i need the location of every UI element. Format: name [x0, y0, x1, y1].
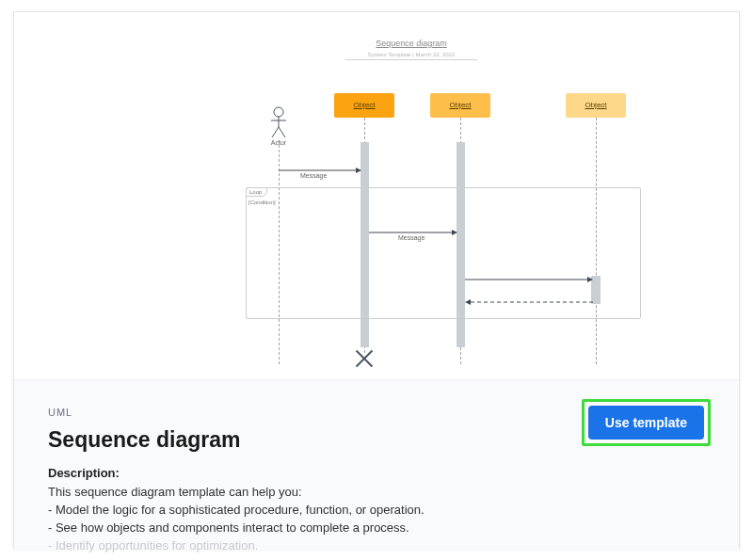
svg-marker-6: [356, 168, 361, 173]
object-box-3: Object: [566, 93, 626, 118]
loop-label: Loop: [246, 187, 267, 197]
condition-label: [Condition]: [248, 200, 276, 205]
svg-point-0: [274, 107, 283, 117]
highlight-frame: Use template: [582, 399, 711, 446]
diagram-title: Sequence diagram: [345, 39, 477, 48]
actor-label: Actor: [264, 139, 293, 146]
template-preview: Sequence diagram System Template | March…: [14, 12, 739, 379]
svg-marker-12: [465, 299, 471, 305]
svg-marker-10: [587, 277, 593, 282]
description-line: This sequence diagram template can help …: [48, 484, 705, 502]
use-template-button[interactable]: Use template: [588, 406, 704, 440]
svg-line-3: [272, 127, 279, 137]
description-line: - Identify opportunities for optimizatio…: [48, 537, 705, 555]
svg-marker-8: [452, 230, 457, 235]
template-card: Sequence diagram System Template | March…: [13, 11, 740, 549]
sequence-diagram: Sequence diagram System Template | March…: [231, 39, 682, 368]
description-line: - See how objects and components interac…: [48, 520, 705, 537]
destroy-icon: [355, 349, 374, 368]
description-line: - Model the logic for a sophisticated pr…: [48, 502, 705, 520]
description-heading: Description:: [48, 466, 705, 480]
message-label-2: Message: [398, 234, 425, 241]
object-box-2: Object: [430, 93, 490, 118]
actor-icon: Actor: [264, 106, 293, 146]
diagram-subtitle: System Template | March 22, 2022: [345, 52, 477, 60]
return-arrow: [465, 298, 593, 306]
message-label-1: Message: [300, 172, 327, 179]
svg-line-4: [279, 127, 285, 137]
template-info-panel: UML Sequence diagram Description: This s…: [14, 379, 739, 550]
object-box-1: Object: [334, 93, 394, 118]
message-arrow-3: [465, 276, 593, 283]
